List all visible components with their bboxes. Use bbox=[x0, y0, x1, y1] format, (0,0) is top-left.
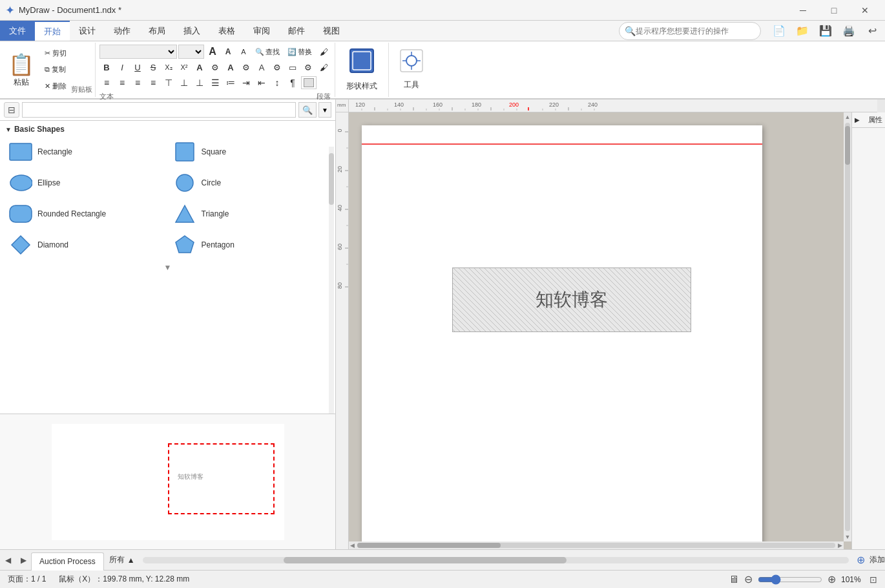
display-mode-button[interactable]: 🖥 bbox=[729, 574, 739, 585]
zoom-out-button[interactable]: ⊖ bbox=[744, 573, 753, 585]
shape-item-rectangle[interactable]: Rectangle bbox=[5, 139, 167, 165]
font-color-button[interactable]: A bbox=[193, 60, 207, 74]
shape-panel-toggle[interactable]: ⊟ bbox=[4, 102, 19, 118]
tab-layout[interactable]: 布局 bbox=[140, 21, 174, 41]
indent-decrease-button[interactable]: ⇤ bbox=[255, 76, 269, 90]
shape-fill-settings-button[interactable]: ⚙ bbox=[301, 60, 315, 74]
subscript-button[interactable]: X₂ bbox=[161, 60, 176, 74]
paste-button[interactable]: 📋 粘贴 bbox=[3, 44, 40, 96]
shape-item-rounded-rectangle[interactable]: Rounded Rectangle bbox=[5, 201, 167, 227]
strikethrough-button[interactable]: S bbox=[146, 60, 160, 74]
bottom-scrollbar[interactable] bbox=[143, 557, 849, 563]
shapes-scrollbar[interactable] bbox=[329, 147, 334, 414]
search-input[interactable] bbox=[636, 26, 752, 36]
numbered-list-button[interactable]: ≔ bbox=[224, 76, 238, 90]
canvas-h-scrollbar[interactable]: ◀ ▶ bbox=[349, 541, 844, 549]
italic-button[interactable]: I bbox=[115, 60, 129, 74]
list-button[interactable]: ☰ bbox=[208, 76, 222, 90]
scroll-down-arrow[interactable]: ▼ bbox=[844, 532, 851, 541]
canvas-shape-zhiruan[interactable]: 知软博客 bbox=[452, 268, 691, 332]
tools-button[interactable]: 工具 bbox=[393, 52, 430, 88]
zoom-slider[interactable] bbox=[758, 574, 822, 585]
font-size-reset-button[interactable]: A bbox=[236, 45, 251, 59]
text-bg-button[interactable]: A bbox=[255, 60, 269, 74]
shape-search-input[interactable] bbox=[22, 102, 296, 118]
delete-button[interactable]: ✕ 删除 bbox=[41, 79, 70, 93]
page-info: 页面：1 / 1 bbox=[8, 574, 46, 585]
basic-shapes-header[interactable]: ▼ Basic Shapes bbox=[5, 125, 330, 134]
shape-item-pentagon[interactable]: Pentagon bbox=[169, 232, 331, 258]
replace-button[interactable]: 🔄 替换 bbox=[284, 45, 315, 59]
scroll-right-arrow[interactable]: ▶ bbox=[837, 542, 844, 549]
font-size-increase-button[interactable]: A bbox=[205, 45, 220, 59]
tab-review[interactable]: 审阅 bbox=[244, 21, 279, 41]
shape-item-ellipse[interactable]: Ellipse bbox=[5, 170, 167, 196]
zoom-value: 101% bbox=[841, 575, 864, 584]
filter-button[interactable]: 所有 ▲ bbox=[104, 552, 140, 569]
indent-increase-button[interactable]: ⇥ bbox=[239, 76, 253, 90]
align-middle-button[interactable]: ⊥ bbox=[177, 76, 191, 90]
open-button[interactable]: 📁 bbox=[792, 21, 813, 41]
line-spacing-button[interactable]: ↕ bbox=[270, 76, 284, 90]
tab-scroll-right[interactable]: ▶ bbox=[16, 550, 31, 571]
bold-button[interactable]: B bbox=[99, 60, 114, 74]
print-button[interactable]: 🖨️ bbox=[838, 21, 859, 41]
shape-style-button[interactable]: 形状样式 bbox=[339, 52, 384, 88]
copy-button[interactable]: ⧉ 复制 bbox=[41, 63, 70, 76]
tab-actions[interactable]: 动作 bbox=[105, 21, 140, 41]
paragraph-mark-button[interactable]: ¶ bbox=[286, 76, 300, 90]
color-picker-button[interactable] bbox=[301, 76, 317, 89]
shape-item-diamond[interactable]: Diamond bbox=[5, 232, 167, 258]
shape-item-square[interactable]: Square bbox=[169, 139, 331, 165]
scroll-left-arrow[interactable]: ◀ bbox=[349, 542, 356, 549]
cut-button[interactable]: ✂ 剪切 bbox=[41, 47, 70, 60]
save-button[interactable]: 💾 bbox=[815, 21, 836, 41]
shape-search-dropdown[interactable]: ▼ bbox=[318, 102, 331, 118]
shape-fill-button[interactable]: ▭ bbox=[286, 60, 300, 74]
tab-design[interactable]: 设计 bbox=[70, 21, 105, 41]
tab-scroll-left[interactable]: ◀ bbox=[0, 550, 16, 571]
canvas-v-scrollbar[interactable]: ▲ ▼ bbox=[844, 112, 851, 541]
font-size-decrease-button[interactable]: A bbox=[221, 45, 235, 59]
align-center-button[interactable]: ≡ bbox=[115, 76, 129, 90]
superscript-button[interactable]: X² bbox=[177, 60, 191, 74]
find-button[interactable]: 🔍 查找 bbox=[252, 45, 283, 59]
align-justify-button[interactable]: ≡ bbox=[146, 76, 160, 90]
align-top-button[interactable]: ⊤ bbox=[161, 76, 176, 90]
tab-view[interactable]: 视图 bbox=[314, 21, 349, 41]
font-highlight-button[interactable]: A bbox=[224, 60, 238, 74]
align-left-button[interactable]: ≡ bbox=[99, 76, 114, 90]
font-size-select[interactable] bbox=[178, 45, 204, 59]
v-scroll-track[interactable] bbox=[845, 123, 850, 531]
text-bg-settings-button[interactable]: ⚙ bbox=[270, 60, 284, 74]
format-brush-button[interactable]: 🖌 bbox=[317, 60, 331, 74]
fit-page-button[interactable]: ⊡ bbox=[869, 574, 877, 585]
tab-file[interactable]: 文件 bbox=[0, 21, 35, 41]
text-settings-button[interactable]: ⚙ bbox=[239, 60, 253, 74]
undo-button[interactable]: ↩ bbox=[862, 21, 882, 41]
font-family-select[interactable] bbox=[99, 45, 177, 59]
underline-button[interactable]: U bbox=[130, 60, 145, 74]
shape-search-button[interactable]: 🔍 bbox=[298, 102, 317, 118]
scroll-up-arrow[interactable]: ▲ bbox=[844, 112, 851, 121]
tab-table[interactable]: 表格 bbox=[209, 21, 244, 41]
tab-mail[interactable]: 邮件 bbox=[279, 21, 314, 41]
tab-home[interactable]: 开始 bbox=[35, 21, 70, 41]
align-bottom-button[interactable]: ⊥ bbox=[193, 76, 207, 90]
maximize-button[interactable]: □ bbox=[819, 0, 849, 21]
close-button[interactable]: ✕ bbox=[850, 0, 880, 21]
page-tab-auction[interactable]: Auction Process bbox=[31, 552, 104, 571]
shape-item-circle[interactable]: Circle bbox=[169, 170, 331, 196]
align-right-button[interactable]: ≡ bbox=[130, 76, 145, 90]
add-page-button[interactable]: ⊕ bbox=[851, 551, 869, 569]
shape-item-triangle[interactable]: Triangle bbox=[169, 201, 331, 227]
font-settings-button[interactable]: ⚙ bbox=[208, 60, 222, 74]
canvas-scroll-area[interactable]: 知软博客 ▲ ▼ ◀ ▶ bbox=[349, 112, 851, 549]
new-doc-button[interactable]: 📄 bbox=[769, 21, 789, 41]
h-scroll-track[interactable] bbox=[357, 543, 835, 548]
tab-insert[interactable]: 插入 bbox=[174, 21, 209, 41]
right-panel-arrow-icon[interactable]: ▶ bbox=[855, 116, 860, 123]
paintbrush-button[interactable]: 🖌 bbox=[317, 45, 331, 59]
zoom-in-button[interactable]: ⊕ bbox=[828, 573, 836, 585]
minimize-button[interactable]: ─ bbox=[788, 0, 818, 21]
